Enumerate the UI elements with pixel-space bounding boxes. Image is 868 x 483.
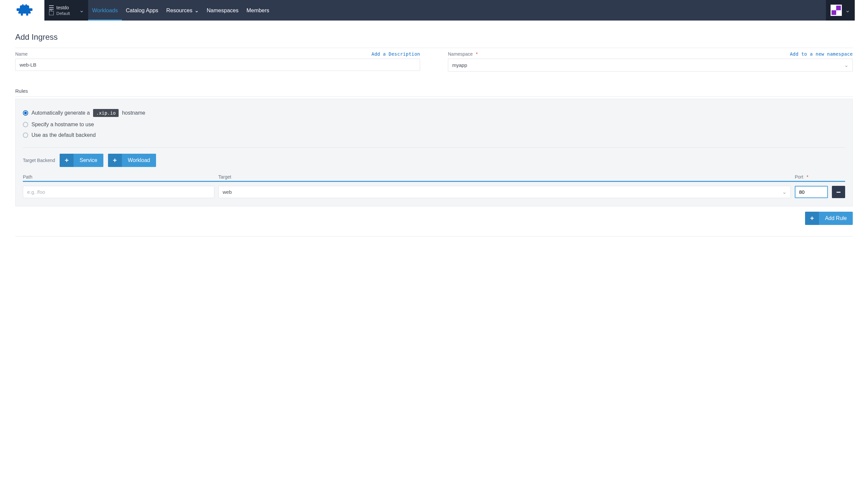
add-service-button[interactable]: + Service (60, 154, 103, 167)
plus-icon: + (108, 154, 122, 167)
avatar (831, 5, 842, 16)
project-name: Default (56, 11, 70, 16)
nav-item-label: Resources (166, 7, 192, 13)
xip-code-badge: .xip.io (93, 109, 119, 117)
radio-icon (23, 110, 28, 116)
cluster-icon (49, 5, 54, 10)
add-workload-button[interactable]: + Workload (108, 154, 156, 167)
project-icon (49, 11, 54, 15)
col-target-label: Target (218, 174, 231, 180)
cluster-project-selector[interactable]: testdo Default ⌄ (44, 0, 88, 21)
nav-item-label: Members (247, 7, 269, 13)
cluster-name: testdo (56, 5, 69, 10)
rancher-bull-icon (15, 4, 34, 17)
radio-default-backend[interactable]: Use as the default backend (23, 132, 845, 138)
minus-icon: − (836, 188, 841, 197)
page-title: Add Ingress (15, 32, 853, 42)
chevron-down-icon: ⌄ (79, 7, 84, 14)
target-value: web (223, 189, 232, 195)
logo[interactable] (15, 0, 44, 21)
name-label: Name (15, 51, 28, 57)
add-rule-button[interactable]: + Add Rule (805, 212, 853, 225)
remove-row-button[interactable]: − (832, 186, 845, 198)
radio-auto-suffix: hostname (122, 110, 145, 116)
namespace-select[interactable]: myapp ⌄ (448, 59, 853, 71)
col-path-label: Path (23, 174, 32, 180)
col-port-label: Port (795, 174, 803, 180)
radio-specify-label: Specify a hostname to use (31, 122, 94, 128)
radio-icon (23, 122, 28, 127)
nav-item-label: Catalog Apps (126, 7, 158, 13)
rules-section-label: Rules (15, 88, 853, 94)
radio-specify-hostname[interactable]: Specify a hostname to use (23, 122, 845, 128)
chevron-down-icon: ⌄ (782, 189, 786, 195)
namespace-value: myapp (452, 62, 467, 68)
workload-button-label: Workload (122, 154, 156, 167)
user-menu[interactable]: ⌄ (826, 0, 855, 21)
radio-auto-xip[interactable]: Automatically generate a .xip.io hostnam… (23, 109, 845, 117)
nav-item-workloads[interactable]: Workloads (88, 0, 122, 21)
radio-icon (23, 132, 28, 138)
target-backend-label: Target Backend (23, 158, 55, 163)
radio-default-label: Use as the default backend (31, 132, 96, 138)
path-input[interactable] (23, 186, 214, 198)
nav-item-namespaces[interactable]: Namespaces (203, 0, 243, 21)
nav-item-resources[interactable]: Resources⌄ (162, 0, 203, 21)
nav-item-members[interactable]: Members (243, 0, 273, 21)
add-namespace-link[interactable]: Add to a new namespace (790, 51, 853, 57)
nav-item-label: Namespaces (207, 7, 239, 13)
nav-item-label: Workloads (92, 7, 118, 13)
rule-box: Automatically generate a .xip.io hostnam… (15, 99, 853, 206)
backend-row: web ⌄ − (23, 186, 845, 198)
add-description-link[interactable]: Add a Description (371, 51, 420, 57)
name-input[interactable] (15, 59, 420, 71)
chevron-down-icon: ⌄ (845, 7, 850, 14)
required-asterisk: * (476, 51, 478, 57)
chevron-down-icon: ⌄ (844, 62, 848, 68)
required-asterisk: * (807, 174, 808, 180)
radio-auto-prefix: Automatically generate a (31, 110, 90, 116)
add-rule-label: Add Rule (819, 212, 853, 225)
namespace-label: Namespace (448, 51, 473, 57)
plus-icon: + (805, 212, 819, 225)
plus-icon: + (60, 154, 73, 167)
nav-item-catalog-apps[interactable]: Catalog Apps (122, 0, 162, 21)
service-button-label: Service (73, 154, 103, 167)
port-input[interactable] (795, 186, 828, 198)
target-select[interactable]: web ⌄ (218, 186, 791, 198)
chevron-down-icon: ⌄ (194, 7, 199, 13)
